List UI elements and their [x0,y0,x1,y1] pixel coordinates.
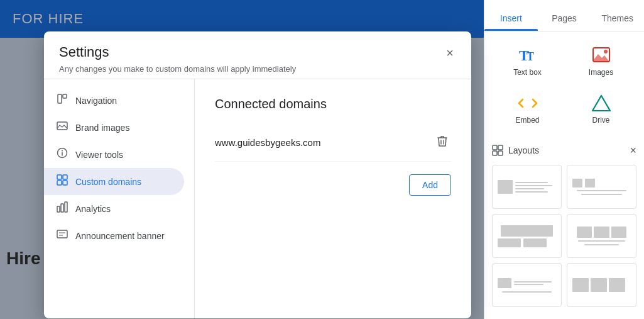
drive-label: Drive [592,116,609,125]
insert-textbox[interactable]: T T Text box [492,39,563,84]
layout-img-4a [577,227,592,238]
domain-delete-button[interactable] [434,132,451,154]
layout-img-3a [501,225,554,237]
layout-img-1 [498,180,513,194]
announcement-banner-icon [57,228,68,243]
layout-card-5[interactable] [492,263,562,307]
layout-img-6c [609,278,625,292]
trash-icon [436,134,449,148]
svg-rect-8 [493,151,497,155]
modal-close-button[interactable]: × [444,44,456,62]
layouts-grid [492,165,636,307]
layout-card-2[interactable] [567,165,636,209]
layout-line-5a [514,281,552,283]
svg-rect-9 [498,151,503,155]
svg-rect-12 [57,122,67,130]
layout-img-3b [498,238,521,247]
layout-line-2b [581,194,622,195]
custom-domains-label: Custom domains [75,177,141,187]
svg-point-15 [62,150,63,152]
images-label: Images [589,68,613,77]
textbox-label: Text box [513,68,542,77]
sidebar-item-navigation[interactable]: Navigation [44,87,184,114]
layouts-grid-icon [492,145,503,156]
layout-img-4b [594,227,609,238]
embed-icon [518,94,538,112]
modal-body: Navigation Brand images [44,79,471,318]
viewer-tools-label: Viewer tools [75,150,123,160]
add-domain-button[interactable]: Add [409,174,451,196]
layout-img-5a [498,278,511,288]
layout-img-6b [591,278,607,292]
sidebar-item-viewer-tools[interactable]: Viewer tools [44,141,184,168]
layout-img-2b [585,179,595,187]
domain-url: www.guidesbygeeks.com [215,137,320,148]
svg-rect-16 [57,175,62,179]
svg-rect-17 [63,175,67,179]
svg-rect-22 [65,202,67,212]
insert-drive[interactable]: Drive [565,87,636,132]
insert-embed[interactable]: Embed [492,87,563,132]
custom-domains-icon [57,174,68,189]
embed-label: Embed [515,116,539,125]
layout-line-2 [577,190,626,191]
layout-card-1[interactable] [492,165,562,209]
svg-rect-21 [61,204,63,212]
sidebar-item-analytics[interactable]: Analytics [44,195,184,222]
analytics-label: Analytics [75,204,111,214]
svg-rect-18 [57,181,62,185]
navigation-icon [57,93,68,108]
panel-content: T T Text box Images Embe [484,31,644,319]
settings-modal: Settings × Any changes you make to custo… [44,31,471,318]
sidebar-item-brand-images[interactable]: Brand images [44,114,184,141]
announcement-banner-label: Announcement banner [75,231,165,241]
modal-main: Connected domains www.guidesbygeeks.com … [195,79,471,318]
viewer-tools-icon [57,147,68,162]
layout-line-5c [502,291,552,293]
drive-icon [591,94,611,112]
svg-point-4 [604,50,608,53]
svg-rect-10 [58,94,62,103]
modal-title-row: Settings × [59,44,456,62]
modal-header: Settings × Any changes you make to custo… [44,31,471,79]
images-icon [592,47,611,64]
layouts-header: Layouts × [492,142,636,159]
layout-line-5b [514,284,543,285]
svg-marker-3 [593,54,609,62]
tab-insert[interactable]: Insert [484,6,538,31]
svg-marker-5 [592,96,610,111]
modal-sidebar: Navigation Brand images [44,79,195,318]
layout-line-4 [578,240,625,242]
layout-card-6[interactable] [567,263,636,307]
svg-rect-11 [63,94,67,98]
modal-main-title: Connected domains [215,97,451,111]
layouts-title-row: Layouts [492,145,539,156]
panel-tabs: Insert Pages Themes [484,0,644,31]
layout-img-3c [523,238,547,247]
layout-img-4c [611,227,626,238]
modal-subtitle: Any changes you make to custom domains w… [59,64,456,74]
sidebar-item-announcement-banner[interactable]: Announcement banner [44,222,184,249]
analytics-icon [57,201,68,216]
layout-card-4[interactable] [567,214,636,258]
brand-images-icon [57,120,68,135]
sidebar-item-custom-domains[interactable]: Custom domains [44,168,184,195]
svg-text:T: T [527,50,534,63]
insert-images[interactable]: Images [565,39,636,84]
svg-rect-20 [57,206,60,212]
navigation-label: Navigation [75,96,117,106]
layout-text-1 [515,182,556,193]
svg-rect-23 [57,230,67,238]
insert-grid: T T Text box Images Embe [492,39,636,132]
layout-card-3[interactable] [492,214,562,258]
brand-images-label: Brand images [75,123,129,133]
layouts-title: Layouts [508,145,539,155]
svg-rect-6 [493,145,497,150]
layout-img-2a [572,179,582,187]
layouts-close-button[interactable]: × [630,145,636,156]
layout-line-4b [584,244,619,245]
svg-rect-7 [498,145,503,150]
tab-themes[interactable]: Themes [591,6,644,31]
tab-pages[interactable]: Pages [538,6,591,31]
layout-img-6a [572,278,589,292]
